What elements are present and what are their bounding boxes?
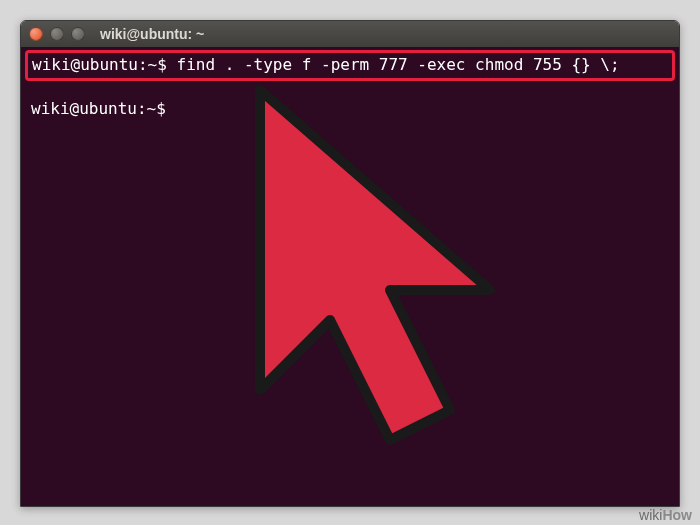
maximize-icon[interactable] [71, 27, 85, 41]
close-icon[interactable] [29, 27, 43, 41]
command-text: find . -type f -perm 777 -exec chmod 755… [177, 55, 620, 74]
minimize-icon[interactable] [50, 27, 64, 41]
terminal-body[interactable]: wiki@ubuntu:~$ find . -type f -perm 777 … [21, 47, 679, 506]
prompt-line: wiki@ubuntu:~$ [25, 99, 675, 119]
watermark-brand-b: How [662, 507, 692, 523]
watermark: wikiHow [639, 507, 692, 523]
terminal-window: wiki@ubuntu: ~ wiki@ubuntu:~$ find . -ty… [20, 20, 680, 507]
command-line: wiki@ubuntu:~$ find . -type f -perm 777 … [32, 55, 668, 75]
watermark-brand-a: wiki [639, 507, 662, 523]
prompt-text-2: wiki@ubuntu:~$ [31, 99, 166, 118]
command-highlight: wiki@ubuntu:~$ find . -type f -perm 777 … [25, 50, 675, 81]
window-titlebar: wiki@ubuntu: ~ [21, 21, 679, 47]
prompt-text: wiki@ubuntu:~$ [32, 55, 167, 74]
window-title: wiki@ubuntu: ~ [100, 26, 204, 42]
